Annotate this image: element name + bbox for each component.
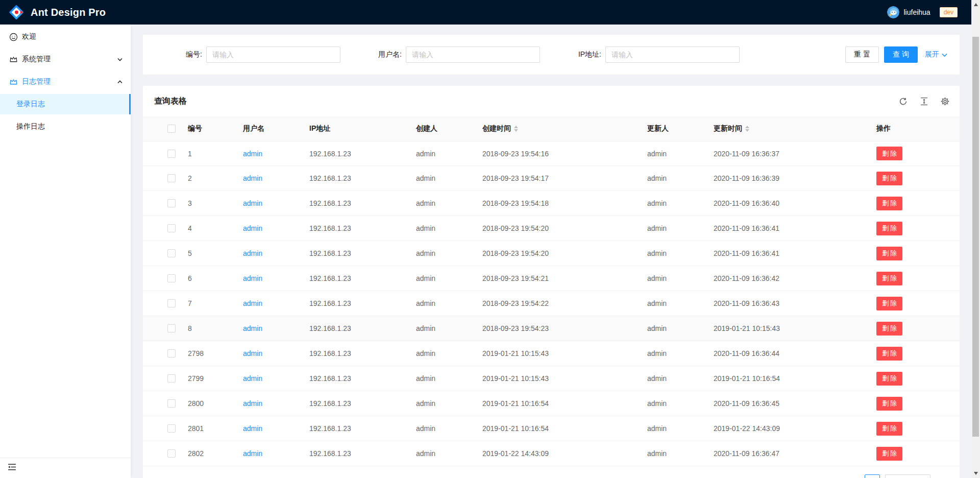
sidebar-item-login-log[interactable]: 登录日志 <box>0 94 131 114</box>
cell-creator: admin <box>416 150 482 158</box>
delete-button[interactable]: 删除 <box>876 197 902 210</box>
delete-button[interactable]: 删除 <box>876 397 902 411</box>
pagination-current-page[interactable] <box>865 474 880 478</box>
username-link[interactable]: admin <box>243 174 262 182</box>
delete-button[interactable]: 删除 <box>876 222 902 235</box>
column-header-ip: IP地址 <box>309 124 416 133</box>
username-link[interactable]: admin <box>243 424 262 433</box>
cell-updater: admin <box>647 249 714 257</box>
row-checkbox[interactable] <box>167 174 176 182</box>
id-input[interactable] <box>206 46 340 63</box>
sidebar-item-welcome[interactable]: 欢迎 <box>0 27 131 47</box>
reset-button[interactable]: 重置 <box>845 46 879 63</box>
avatar[interactable] <box>887 6 899 18</box>
username-link[interactable]: admin <box>243 199 262 207</box>
row-checkbox[interactable] <box>167 274 176 282</box>
sort-icon[interactable] <box>745 126 749 132</box>
settings-gear-icon[interactable] <box>941 97 949 106</box>
cell-username: admin <box>243 150 309 158</box>
row-checkbox[interactable] <box>167 199 176 207</box>
cell-actions: 删除 <box>876 422 947 436</box>
row-checkbox[interactable] <box>167 249 176 257</box>
username-link[interactable]: admin <box>243 299 262 307</box>
scrollbar-down-arrow[interactable] <box>974 472 978 475</box>
table-row: 6admin192.168.1.23admin2018-09-23 19:54:… <box>143 266 960 291</box>
delete-button[interactable]: 删除 <box>876 247 902 260</box>
username-link[interactable]: admin <box>243 399 262 408</box>
header-username[interactable]: liufeihua <box>903 8 930 16</box>
row-checkbox[interactable] <box>167 374 176 383</box>
cell-actions: 删除 <box>876 147 947 160</box>
ant-design-logo-icon[interactable] <box>9 5 24 20</box>
ip-input[interactable] <box>605 46 740 63</box>
cell-creator: admin <box>416 249 482 257</box>
cell-actions: 删除 <box>876 397 947 411</box>
username-input[interactable] <box>406 46 540 63</box>
cell-creator: admin <box>416 299 482 307</box>
cell-ip: 192.168.1.23 <box>309 424 416 433</box>
cell-username: admin <box>243 174 309 182</box>
page-size-select[interactable] <box>885 474 930 478</box>
table-row: 7admin192.168.1.23admin2018-09-23 19:54:… <box>143 291 960 316</box>
delete-button[interactable]: 删除 <box>876 422 902 436</box>
username-link[interactable]: admin <box>243 374 262 383</box>
row-checkbox[interactable] <box>167 224 176 232</box>
cell-creator: admin <box>416 224 482 232</box>
row-checkbox[interactable] <box>167 349 176 357</box>
delete-button[interactable]: 删除 <box>876 347 902 361</box>
select-all-checkbox[interactable] <box>167 125 176 133</box>
cell-id: 5 <box>188 249 243 257</box>
row-checkbox[interactable] <box>167 449 176 458</box>
expand-link[interactable]: 展开 <box>925 50 947 59</box>
density-icon[interactable] <box>920 97 928 106</box>
username-link[interactable]: admin <box>243 349 262 357</box>
delete-button[interactable]: 删除 <box>876 147 902 160</box>
username-link[interactable]: admin <box>243 249 262 257</box>
app-title: Ant Design Pro <box>31 7 106 18</box>
cell-ip: 192.168.1.23 <box>309 199 416 207</box>
row-checkbox[interactable] <box>167 424 176 433</box>
sidebar-item-operation-log[interactable]: 操作日志 <box>0 116 131 137</box>
username-link[interactable]: admin <box>243 224 262 232</box>
refresh-icon[interactable] <box>899 97 908 106</box>
column-header-id: 编号 <box>188 124 243 133</box>
delete-button[interactable]: 删除 <box>876 322 902 336</box>
delete-button[interactable]: 删除 <box>876 447 902 461</box>
username-link[interactable]: admin <box>243 274 262 282</box>
delete-button[interactable]: 删除 <box>876 372 902 386</box>
row-checkbox[interactable] <box>167 324 176 332</box>
sidebar-item-system-management[interactable]: 系统管理 <box>0 49 131 69</box>
cell-updater: admin <box>647 299 714 307</box>
table-header-row: 编号 用户名 IP地址 创建人 创建时间 更新人 更新时间 操作 <box>143 116 960 141</box>
cell-ip: 192.168.1.23 <box>309 249 416 257</box>
cell-creator: admin <box>416 424 482 433</box>
table-row: 2801admin192.168.1.23admin2019-01-21 10:… <box>143 416 960 441</box>
row-checkbox[interactable] <box>167 299 176 307</box>
column-header-updater: 更新人 <box>647 124 714 133</box>
username-link[interactable]: admin <box>243 150 262 158</box>
cell-creator: admin <box>416 349 482 357</box>
scrollbar-up-arrow[interactable] <box>974 3 978 6</box>
username-link[interactable]: admin <box>243 324 262 332</box>
cell-actions: 删除 <box>876 372 947 386</box>
table-row: 2admin192.168.1.23admin2018-09-23 19:54:… <box>143 166 960 191</box>
sidebar-collapse-trigger[interactable] <box>0 458 131 478</box>
delete-button[interactable]: 删除 <box>876 297 902 310</box>
cell-updater: admin <box>647 424 714 433</box>
sel <box>155 349 188 357</box>
delete-button[interactable]: 删除 <box>876 172 902 185</box>
sel <box>155 324 188 332</box>
delete-button[interactable]: 删除 <box>876 272 902 285</box>
cell-actions: 删除 <box>876 347 947 361</box>
row-checkbox[interactable] <box>167 150 176 158</box>
vertical-scrollbar[interactable] <box>971 0 980 478</box>
query-button[interactable]: 查询 <box>884 46 918 63</box>
sidebar-item-log-management[interactable]: 日志管理 <box>0 71 131 92</box>
row-checkbox[interactable] <box>167 399 176 408</box>
scrollbar-thumb[interactable] <box>972 37 979 437</box>
smile-icon <box>9 33 18 41</box>
cell-actions: 删除 <box>876 247 947 260</box>
username-link[interactable]: admin <box>243 449 262 458</box>
sort-icon[interactable] <box>514 126 518 132</box>
cell-ip: 192.168.1.23 <box>309 174 416 182</box>
